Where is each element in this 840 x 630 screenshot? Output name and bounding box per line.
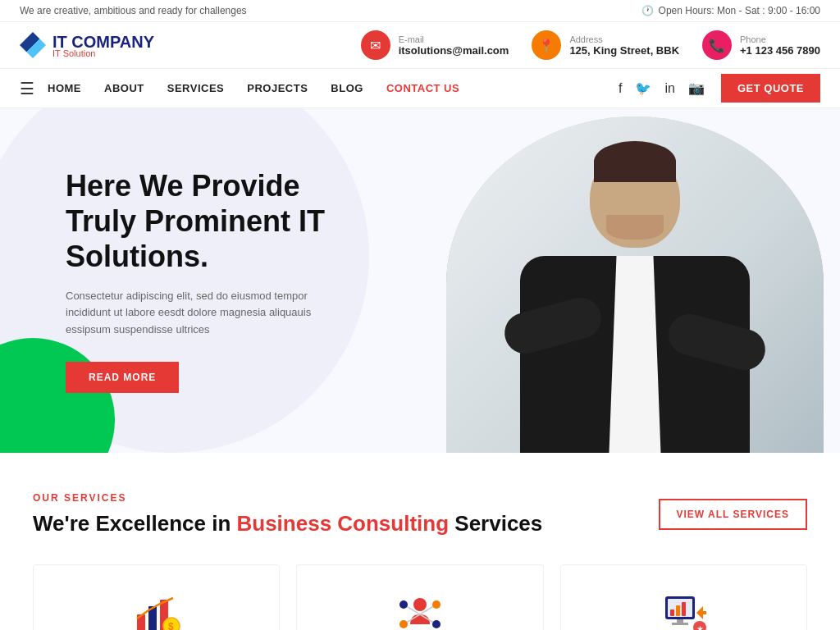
services-label: OUR SERVICES	[33, 492, 542, 504]
hours-text: Open Hours: Mon - Sat : 9:00 - 16:00	[659, 5, 820, 16]
address-value: 125, King Street, BBK	[569, 44, 679, 57]
person-head	[590, 149, 680, 248]
svg-rect-19	[677, 619, 683, 623]
phone-icon-circle: 📞	[702, 30, 732, 60]
phone-icon: 📞	[709, 38, 725, 53]
svg-rect-20	[672, 623, 688, 625]
address-label: Address	[569, 34, 679, 44]
person-face-lower	[606, 215, 664, 240]
services-title-highlight: Business Consulting	[237, 511, 450, 536]
twitter-icon[interactable]: 🐦	[635, 80, 651, 96]
contact-phone: 📞 Phone +1 123 456 7890	[702, 30, 820, 60]
email-icon-circle: ✉	[361, 30, 390, 60]
address-icon-circle: 📍	[532, 30, 561, 60]
services-section: OUR SERVICES We're Excellence in Busines…	[0, 453, 840, 630]
svg-point-11	[432, 620, 441, 628]
profit-planning-icon: $	[130, 588, 183, 630]
contact-address: 📍 Address 125, King Street, BBK	[532, 30, 679, 60]
marketing-services-icon: ★	[657, 588, 710, 630]
logo-diamond-icon	[20, 32, 46, 58]
svg-point-12	[399, 600, 408, 609]
person-shirt	[598, 256, 672, 453]
services-title: We're Excellence in Business Consulting …	[33, 510, 542, 538]
contact-email: ✉ E-mail itsolutions@mail.com	[361, 30, 509, 60]
hamburger-icon[interactable]: ☰	[20, 79, 34, 98]
svg-rect-18	[682, 602, 686, 616]
email-value: itsolutions@mail.com	[399, 44, 509, 57]
person-suit	[520, 256, 750, 453]
svg-point-13	[432, 600, 441, 609]
location-icon: 📍	[538, 38, 555, 53]
facebook-icon[interactable]: f	[619, 81, 622, 96]
nav-services[interactable]: SERVICES	[167, 82, 225, 94]
nav-projects[interactable]: PROJECTS	[247, 82, 308, 94]
services-title-part1: We're Excellence in	[33, 511, 237, 536]
nav-about[interactable]: ABOUT	[104, 82, 144, 94]
nav-blog[interactable]: BLOG	[331, 82, 363, 94]
services-header: OUR SERVICES We're Excellence in Busines…	[33, 492, 807, 538]
svg-rect-16	[670, 609, 674, 616]
hero-description: Consectetur adipiscing elit, sed do eius…	[66, 288, 336, 339]
svg-text:★: ★	[696, 624, 704, 630]
email-icon: ✉	[370, 38, 381, 53]
nav-links: HOME ABOUT SERVICES PROJECTS BLOG CONTAC…	[48, 82, 619, 94]
tagline-text: We are creative, ambitious and ready for…	[20, 5, 247, 16]
instagram-icon[interactable]: 📷	[688, 80, 705, 96]
clock-icon: 🕐	[641, 5, 654, 16]
svg-point-10	[399, 620, 408, 628]
services-title-part2: Services	[449, 511, 542, 536]
view-all-services-button[interactable]: VIEW ALL SERVICES	[659, 499, 807, 530]
svg-text:$: $	[168, 621, 174, 630]
service-card-profit-planning: $ Profit Planning Consectetur adipiscing…	[33, 564, 280, 630]
hero-content: Here We Provide Truly Prominent IT Solut…	[0, 119, 369, 442]
services-title-area: OUR SERVICES We're Excellence in Busines…	[33, 492, 542, 538]
linkedin-icon[interactable]: in	[664, 81, 674, 96]
read-more-button[interactable]: READ MORE	[66, 362, 179, 393]
svg-rect-17	[676, 605, 680, 616]
phone-label: Phone	[740, 34, 820, 44]
phone-value: +1 123 456 7890	[740, 44, 820, 57]
header-contacts: ✉ E-mail itsolutions@mail.com 📍 Address …	[361, 30, 820, 60]
hero-section: Here We Provide Truly Prominent IT Solut…	[0, 108, 840, 453]
human-resources-icon	[394, 588, 446, 630]
svg-point-5	[413, 598, 427, 611]
get-quote-button[interactable]: GET QUOTE	[721, 74, 820, 103]
person-hair	[594, 141, 676, 182]
svg-marker-21	[696, 606, 706, 619]
service-card-human-resources: Human Resources Consectetur adipiscing e…	[296, 564, 543, 630]
tagline-area: We are creative, ambitious and ready for…	[20, 5, 247, 16]
hero-title: Here We Provide Truly Prominent IT Solut…	[66, 168, 336, 275]
email-label: E-mail	[399, 34, 509, 44]
social-icons: f 🐦 in 📷	[619, 80, 705, 96]
hero-person-image	[446, 116, 824, 453]
top-bar: We are creative, ambitious and ready for…	[0, 0, 840, 22]
logo[interactable]: IT COMPANY IT Solution	[20, 32, 154, 58]
hours-area: 🕐 Open Hours: Mon - Sat : 9:00 - 16:00	[641, 5, 820, 16]
service-card-marketing-services: ★ Marketing Services Consectetur adipisc…	[560, 564, 807, 630]
hero-image-area	[381, 108, 840, 453]
site-header: IT COMPANY IT Solution ✉ E-mail itsoluti…	[0, 22, 840, 69]
nav-home[interactable]: HOME	[48, 82, 81, 94]
service-cards-grid: $ Profit Planning Consectetur adipiscing…	[33, 564, 807, 630]
nav-contact[interactable]: CONTACT US	[386, 82, 459, 94]
main-navbar: ☰ HOME ABOUT SERVICES PROJECTS BLOG CONT…	[0, 69, 840, 108]
